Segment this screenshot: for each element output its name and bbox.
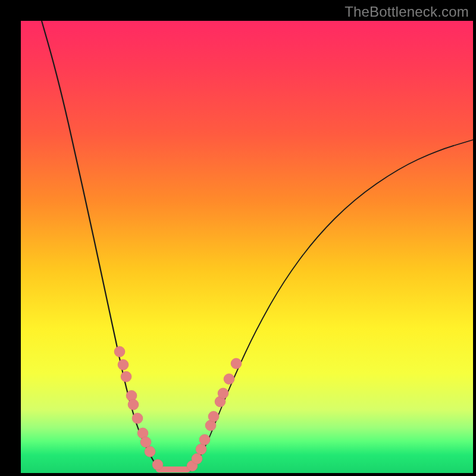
left-branch-curve: [42, 21, 158, 467]
data-marker: [140, 437, 151, 447]
data-marker: [114, 346, 125, 357]
data-marker: [128, 399, 139, 410]
data-marker: [132, 413, 143, 424]
chart-frame: TheBottleneck.com: [0, 0, 476, 476]
data-marker: [192, 453, 202, 464]
curve-svg: [21, 21, 473, 473]
plot-area: [21, 21, 473, 473]
data-marker: [208, 411, 219, 422]
data-marker: [218, 388, 228, 399]
right-branch-curve: [193, 140, 473, 467]
data-marker: [121, 371, 131, 382]
watermark-text: TheBottleneck.com: [345, 4, 469, 20]
data-marker: [118, 359, 129, 370]
data-marker: [199, 434, 210, 445]
data-marker: [224, 374, 234, 384]
data-marker: [196, 444, 206, 455]
data-marker: [152, 459, 163, 470]
markers-group: [114, 346, 242, 471]
data-marker: [145, 446, 155, 457]
data-marker: [231, 358, 242, 369]
